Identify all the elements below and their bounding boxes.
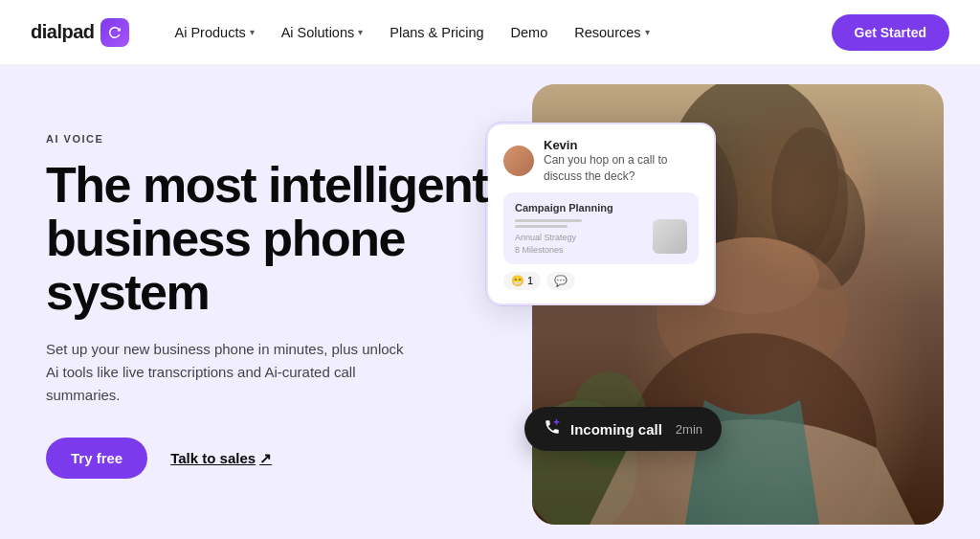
hero-actions: Try free Talk to sales ↗ — [46, 438, 515, 479]
hero-left: AI VOICE The most intelligent business p… — [46, 133, 515, 479]
logo-icon — [100, 18, 129, 47]
nav-cta-area: Get Started — [832, 14, 949, 51]
attachment-title: Campaign Planning — [515, 202, 687, 213]
incoming-call-label: Incoming call — [570, 421, 662, 438]
arrow-icon: ↗ — [259, 450, 272, 467]
message-header: Kevin Can you hop on a call to discuss t… — [503, 138, 699, 185]
get-started-button[interactable]: Get Started — [832, 14, 949, 51]
message-sender-name: Kevin — [544, 138, 699, 152]
attachment-line — [515, 225, 568, 228]
hero-eyebrow: AI VOICE — [46, 133, 515, 145]
chevron-down-icon: ▾ — [645, 27, 650, 37]
message-attachment: Campaign Planning Annual Strategy 8 Mile… — [503, 192, 699, 264]
chevron-down-icon: ▾ — [250, 27, 255, 37]
logo[interactable]: dialpad — [31, 18, 129, 47]
attachment-sub1: Annual Strategy — [515, 233, 582, 242]
incoming-call-pill[interactable]: Incoming call 2min — [524, 407, 722, 451]
phone-icon — [544, 418, 561, 439]
attachment-sub2: 8 Milestones — [515, 245, 582, 255]
nav-item-resources[interactable]: Resources ▾ — [563, 17, 660, 48]
hero-right: Kevin Can you hop on a call to discuss t… — [515, 103, 934, 508]
nav-links: Ai Products ▾ Ai Solutions ▾ Plans & Pri… — [164, 17, 832, 48]
attachment-thumbnail — [653, 219, 687, 254]
message-card: Kevin Can you hop on a call to discuss t… — [486, 123, 716, 305]
chevron-down-icon: ▾ — [358, 27, 363, 37]
try-free-button[interactable]: Try free — [46, 438, 147, 479]
nav-item-demo[interactable]: Demo — [500, 17, 560, 48]
nav-item-ai-solutions[interactable]: Ai Solutions ▾ — [270, 17, 375, 48]
nav-item-ai-products[interactable]: Ai Products ▾ — [164, 17, 266, 48]
hero-subtitle: Set up your new business phone in minute… — [46, 338, 410, 407]
message-reactions: 😁 1 💬 — [503, 272, 699, 290]
attachment-lines: Annual Strategy 8 Milestones — [515, 219, 582, 255]
attachment-inner: Annual Strategy 8 Milestones — [515, 219, 687, 255]
incoming-call-time: 2min — [676, 422, 702, 437]
logo-text: dialpad — [31, 21, 95, 43]
hero-title: The most intelligent business phone syst… — [46, 158, 515, 319]
navbar: dialpad Ai Products ▾ Ai Solutions ▾ Pla… — [0, 0, 980, 65]
nav-item-plans-pricing[interactable]: Plans & Pricing — [378, 17, 495, 48]
hero-section: AI VOICE The most intelligent business p… — [0, 65, 980, 539]
reaction-badge-chat[interactable]: 💬 — [546, 272, 575, 290]
attachment-line — [515, 219, 582, 222]
message-text: Can you hop on a call to discuss the dec… — [544, 152, 699, 185]
talk-to-sales-button[interactable]: Talk to sales ↗ — [170, 450, 272, 467]
